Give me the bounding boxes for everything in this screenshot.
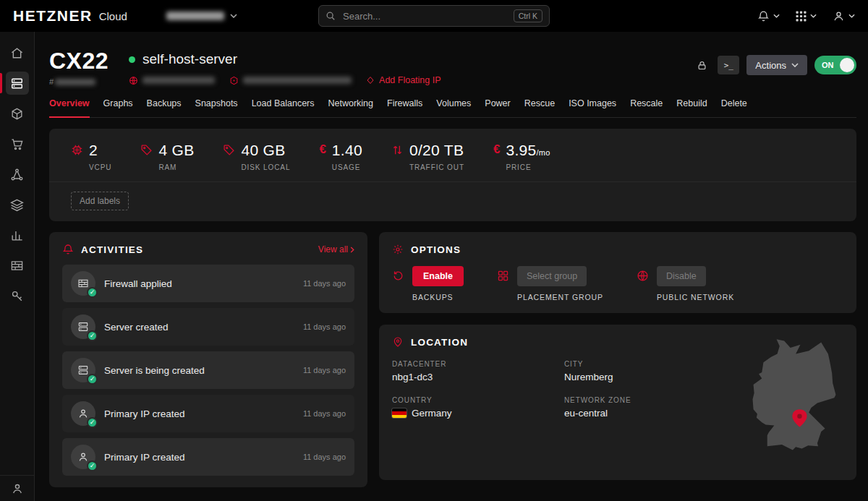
- activities-title: ACTIVITIES: [81, 244, 143, 255]
- server-tabs: Overview Graphs Backups Snapshots Load B…: [49, 98, 856, 118]
- stat-label: PRICE: [506, 163, 550, 171]
- globe-icon: [637, 270, 649, 301]
- enable-backups-button[interactable]: Enable: [412, 266, 464, 286]
- tab-load-balancers[interactable]: Load Balancers: [252, 98, 315, 117]
- tab-snapshots[interactable]: Snapshots: [195, 98, 238, 117]
- home-icon: [6, 41, 29, 64]
- disable-public-network-button[interactable]: Disable: [657, 266, 706, 286]
- globe-icon: [129, 76, 138, 85]
- server-icon: ✓: [71, 358, 95, 382]
- placement-group-icon: [497, 270, 509, 301]
- tab-delete[interactable]: Delete: [721, 98, 747, 117]
- stat-value: 4 GB: [158, 142, 194, 158]
- sidebar-item-volumes[interactable]: [0, 98, 35, 129]
- location-field-datacenter: DATACENTER nbg1-dc3: [392, 360, 564, 382]
- stat-usage: € 1.40USAGE: [319, 142, 362, 171]
- activity-label: Primary IP created: [104, 408, 185, 419]
- field-label: CITY: [564, 360, 738, 368]
- tab-graphs[interactable]: Graphs: [103, 98, 133, 117]
- select-group-button[interactable]: Select group: [517, 266, 587, 286]
- tab-backups[interactable]: Backups: [147, 98, 182, 117]
- apps-grid-icon: [796, 11, 807, 22]
- project-selector[interactable]: [166, 12, 237, 20]
- view-all-label: View all: [318, 244, 348, 254]
- toggle-knob: [840, 58, 854, 72]
- stat-value: 2: [89, 142, 111, 158]
- chevron-down-icon: [791, 63, 799, 67]
- add-labels-button[interactable]: Add labels: [71, 192, 129, 210]
- firewall-icon: [6, 254, 29, 277]
- tag-icon: [140, 144, 153, 171]
- stat-vcpu: 2VCPU: [71, 142, 111, 171]
- field-label: NETWORK ZONE: [564, 396, 738, 404]
- check-badge-icon: ✓: [87, 461, 98, 471]
- tab-rebuild[interactable]: Rebuild: [676, 98, 707, 117]
- support-person-icon: [11, 482, 24, 495]
- activity-row: ✓ Server created 11 days ago: [62, 308, 354, 346]
- console-button[interactable]: >_: [718, 56, 739, 74]
- notifications-button[interactable]: [757, 10, 780, 22]
- tab-volumes[interactable]: Volumes: [436, 98, 471, 117]
- activity-label: Firewall applied: [104, 278, 172, 289]
- sidebar-item-servers[interactable]: [0, 68, 35, 98]
- account-button[interactable]: [833, 10, 855, 22]
- location-card: LOCATION DATACENTER nbg1-dc3 CITY Nuremb…: [379, 325, 856, 480]
- stat-traffic: 0/20 TBTRAFFIC OUT: [391, 142, 464, 171]
- activity-row: ✓ Server is being created 11 days ago: [62, 351, 354, 389]
- apps-button[interactable]: [796, 11, 817, 22]
- key-icon: [6, 284, 29, 307]
- sidebar-item-networks[interactable]: [0, 159, 35, 189]
- topbar: HETZNER Cloud Ctrl K: [0, 0, 868, 32]
- add-floating-ip-label: Add Floating IP: [379, 75, 441, 85]
- euro-icon: €: [493, 142, 500, 171]
- options-card: OPTIONS Enable BACKUPS: [379, 232, 856, 313]
- add-floating-ip-link[interactable]: Add Floating IP: [366, 75, 441, 85]
- view-all-link[interactable]: View all: [318, 244, 354, 254]
- option-public-network: Disable PUBLIC NETWORK: [637, 266, 734, 301]
- sidebar-item-security[interactable]: [0, 281, 35, 311]
- cube-icon: [6, 102, 29, 125]
- stat-value: 3.95: [506, 142, 536, 158]
- tab-networking[interactable]: Networking: [328, 98, 374, 117]
- server-id: #: [49, 77, 109, 86]
- sidebar-item-load-balancers[interactable]: [0, 189, 35, 220]
- bell-icon: [62, 244, 74, 255]
- activity-row: ✓ Primary IP created 11 days ago: [62, 438, 354, 476]
- ipv4-address: [129, 76, 215, 85]
- server-icon: [6, 72, 29, 95]
- sidebar-item-firewalls[interactable]: [0, 250, 35, 281]
- germany-map: [748, 336, 841, 455]
- location-field-country: COUNTRY Germany: [392, 396, 564, 419]
- lock-icon[interactable]: [694, 57, 710, 74]
- sidebar-item-support[interactable]: [0, 475, 35, 501]
- search-bar[interactable]: Ctrl K: [318, 5, 550, 27]
- tab-iso-images[interactable]: ISO Images: [569, 98, 616, 117]
- tab-rescale[interactable]: Rescale: [630, 98, 663, 117]
- stat-ram: 4 GBRAM: [140, 142, 194, 171]
- cpu-icon: [71, 144, 83, 171]
- sidebar-item-metrics[interactable]: [0, 220, 35, 250]
- activity-label: Primary IP created: [104, 452, 185, 463]
- tab-power[interactable]: Power: [485, 98, 510, 117]
- field-label: COUNTRY: [392, 396, 564, 404]
- sidebar-item-home[interactable]: [0, 38, 35, 68]
- power-toggle[interactable]: ON: [814, 56, 856, 74]
- search-input[interactable]: [341, 10, 508, 22]
- search-icon: [326, 11, 336, 21]
- backup-history-icon: [392, 270, 404, 301]
- labels-section: Add labels: [49, 181, 856, 221]
- sidebar-item-marketplace[interactable]: [0, 129, 35, 159]
- redacted-project-name: [166, 12, 224, 20]
- chevron-down-icon: [848, 14, 855, 18]
- stat-label: TRAFFIC OUT: [409, 163, 464, 171]
- actions-button[interactable]: Actions: [746, 55, 807, 75]
- primary-ip-icon: ✓: [71, 445, 95, 469]
- activity-time: 11 days ago: [303, 409, 346, 418]
- tab-firewalls[interactable]: Firewalls: [387, 98, 422, 117]
- tab-overview[interactable]: Overview: [49, 98, 90, 118]
- bar-chart-icon: [6, 223, 29, 247]
- tab-rescue[interactable]: Rescue: [524, 98, 555, 117]
- stat-value: 40 GB: [241, 142, 290, 158]
- hetzner-logo: HETZNER: [13, 7, 93, 25]
- stat-suffix: /mo: [536, 148, 550, 157]
